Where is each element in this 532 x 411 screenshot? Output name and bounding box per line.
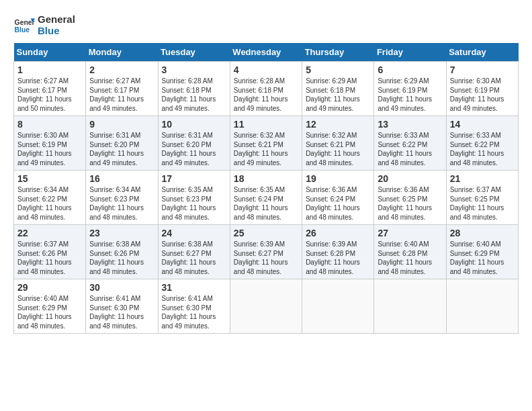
day-number: 12 xyxy=(306,119,370,130)
day-info: Sunrise: 6:31 AMSunset: 6:20 PMDaylight:… xyxy=(162,131,226,167)
day-number: 24 xyxy=(162,228,226,238)
day-info: Sunrise: 6:41 AMSunset: 6:30 PMDaylight:… xyxy=(162,294,226,330)
logo-general: General xyxy=(38,13,75,25)
day-number: 16 xyxy=(89,173,154,184)
day-info: Sunrise: 6:37 AMSunset: 6:25 PMDaylight:… xyxy=(450,185,515,222)
col-header-friday: Friday xyxy=(374,43,446,62)
calendar-cell: 11Sunrise: 6:32 AMSunset: 6:21 PMDayligh… xyxy=(230,116,302,171)
calendar-cell: 6Sunrise: 6:29 AMSunset: 6:19 PMDaylight… xyxy=(374,62,446,116)
calendar-cell xyxy=(302,279,374,334)
day-number: 7 xyxy=(450,64,515,75)
day-info: Sunrise: 6:36 AMSunset: 6:24 PMDaylight:… xyxy=(306,185,370,222)
day-info: Sunrise: 6:40 AMSunset: 6:29 PMDaylight:… xyxy=(17,294,82,330)
logo-blue: Blue xyxy=(38,25,75,36)
calendar-cell: 30Sunrise: 6:41 AMSunset: 6:30 PMDayligh… xyxy=(86,279,158,334)
day-info: Sunrise: 6:30 AMSunset: 6:19 PMDaylight:… xyxy=(17,131,82,167)
col-header-sunday: Sunday xyxy=(14,43,86,62)
day-number: 5 xyxy=(306,64,370,75)
day-info: Sunrise: 6:38 AMSunset: 6:26 PMDaylight:… xyxy=(89,240,154,276)
calendar-cell xyxy=(230,279,302,334)
calendar-table: SundayMondayTuesdayWednesdayThursdayFrid… xyxy=(13,43,519,334)
day-number: 13 xyxy=(378,119,442,130)
calendar-cell: 17Sunrise: 6:35 AMSunset: 6:23 PMDayligh… xyxy=(158,171,230,225)
calendar-cell: 1Sunrise: 6:27 AMSunset: 6:17 PMDaylight… xyxy=(14,62,86,116)
day-number: 17 xyxy=(162,173,226,184)
day-info: Sunrise: 6:36 AMSunset: 6:25 PMDaylight:… xyxy=(378,185,442,222)
day-info: Sunrise: 6:40 AMSunset: 6:28 PMDaylight:… xyxy=(378,240,442,276)
calendar-cell: 25Sunrise: 6:39 AMSunset: 6:27 PMDayligh… xyxy=(230,225,302,279)
day-number: 23 xyxy=(89,228,154,238)
calendar-cell: 21Sunrise: 6:37 AMSunset: 6:25 PMDayligh… xyxy=(446,171,518,225)
day-info: Sunrise: 6:33 AMSunset: 6:22 PMDaylight:… xyxy=(378,131,442,167)
day-number: 14 xyxy=(450,119,515,130)
calendar-cell: 19Sunrise: 6:36 AMSunset: 6:24 PMDayligh… xyxy=(302,171,374,225)
day-info: Sunrise: 6:34 AMSunset: 6:23 PMDaylight:… xyxy=(89,185,154,222)
day-info: Sunrise: 6:38 AMSunset: 6:27 PMDaylight:… xyxy=(162,240,226,276)
day-info: Sunrise: 6:28 AMSunset: 6:18 PMDaylight:… xyxy=(162,77,226,113)
day-number: 22 xyxy=(17,228,82,238)
day-number: 30 xyxy=(89,282,154,293)
logo: General Blue General Blue xyxy=(13,13,75,36)
day-info: Sunrise: 6:30 AMSunset: 6:19 PMDaylight:… xyxy=(450,77,515,113)
calendar-cell xyxy=(374,279,446,334)
calendar-cell: 18Sunrise: 6:35 AMSunset: 6:24 PMDayligh… xyxy=(230,171,302,225)
day-info: Sunrise: 6:34 AMSunset: 6:22 PMDaylight:… xyxy=(17,185,82,222)
calendar-cell: 12Sunrise: 6:32 AMSunset: 6:21 PMDayligh… xyxy=(302,116,374,171)
day-info: Sunrise: 6:35 AMSunset: 6:23 PMDaylight:… xyxy=(162,185,226,222)
col-header-wednesday: Wednesday xyxy=(230,43,302,62)
day-number: 28 xyxy=(450,228,515,238)
calendar-cell: 7Sunrise: 6:30 AMSunset: 6:19 PMDaylight… xyxy=(446,62,518,116)
calendar-cell: 27Sunrise: 6:40 AMSunset: 6:28 PMDayligh… xyxy=(374,225,446,279)
day-number: 8 xyxy=(17,119,82,130)
calendar-cell: 31Sunrise: 6:41 AMSunset: 6:30 PMDayligh… xyxy=(158,279,230,334)
day-number: 3 xyxy=(162,64,226,75)
calendar-cell: 24Sunrise: 6:38 AMSunset: 6:27 PMDayligh… xyxy=(158,225,230,279)
calendar-cell: 29Sunrise: 6:40 AMSunset: 6:29 PMDayligh… xyxy=(14,279,86,334)
calendar-cell: 15Sunrise: 6:34 AMSunset: 6:22 PMDayligh… xyxy=(14,171,86,225)
day-number: 1 xyxy=(17,64,82,75)
calendar-cell: 9Sunrise: 6:31 AMSunset: 6:20 PMDaylight… xyxy=(86,116,158,171)
day-number: 18 xyxy=(234,173,298,184)
day-number: 10 xyxy=(162,119,226,130)
calendar-cell: 4Sunrise: 6:28 AMSunset: 6:18 PMDaylight… xyxy=(230,62,302,116)
calendar-cell: 8Sunrise: 6:30 AMSunset: 6:19 PMDaylight… xyxy=(14,116,86,171)
page-header: General Blue General Blue xyxy=(13,13,519,36)
day-info: Sunrise: 6:41 AMSunset: 6:30 PMDaylight:… xyxy=(89,294,154,330)
day-info: Sunrise: 6:29 AMSunset: 6:19 PMDaylight:… xyxy=(378,77,442,113)
day-info: Sunrise: 6:37 AMSunset: 6:26 PMDaylight:… xyxy=(17,240,82,276)
day-number: 21 xyxy=(450,173,515,184)
day-info: Sunrise: 6:29 AMSunset: 6:18 PMDaylight:… xyxy=(306,77,370,113)
svg-text:Blue: Blue xyxy=(15,26,30,34)
day-number: 26 xyxy=(306,228,370,238)
day-number: 29 xyxy=(17,282,82,293)
day-info: Sunrise: 6:28 AMSunset: 6:18 PMDaylight:… xyxy=(234,77,298,113)
calendar-cell xyxy=(446,279,518,334)
day-info: Sunrise: 6:40 AMSunset: 6:29 PMDaylight:… xyxy=(450,240,515,276)
col-header-thursday: Thursday xyxy=(302,43,374,62)
calendar-cell: 2Sunrise: 6:27 AMSunset: 6:17 PMDaylight… xyxy=(86,62,158,116)
logo-icon: General Blue xyxy=(13,14,35,36)
day-number: 20 xyxy=(378,173,442,184)
day-number: 11 xyxy=(234,119,298,130)
day-number: 2 xyxy=(89,64,154,75)
day-number: 6 xyxy=(378,64,442,75)
day-number: 25 xyxy=(234,228,298,238)
day-info: Sunrise: 6:33 AMSunset: 6:22 PMDaylight:… xyxy=(450,131,515,167)
calendar-cell: 14Sunrise: 6:33 AMSunset: 6:22 PMDayligh… xyxy=(446,116,518,171)
calendar-cell: 26Sunrise: 6:39 AMSunset: 6:28 PMDayligh… xyxy=(302,225,374,279)
calendar-cell: 22Sunrise: 6:37 AMSunset: 6:26 PMDayligh… xyxy=(14,225,86,279)
day-info: Sunrise: 6:35 AMSunset: 6:24 PMDaylight:… xyxy=(234,185,298,222)
col-header-saturday: Saturday xyxy=(446,43,518,62)
day-info: Sunrise: 6:32 AMSunset: 6:21 PMDaylight:… xyxy=(234,131,298,167)
day-number: 19 xyxy=(306,173,370,184)
calendar-cell: 5Sunrise: 6:29 AMSunset: 6:18 PMDaylight… xyxy=(302,62,374,116)
col-header-tuesday: Tuesday xyxy=(158,43,230,62)
day-number: 27 xyxy=(378,228,442,238)
day-number: 31 xyxy=(162,282,226,293)
calendar-cell: 23Sunrise: 6:38 AMSunset: 6:26 PMDayligh… xyxy=(86,225,158,279)
day-number: 4 xyxy=(234,64,298,75)
calendar-cell: 3Sunrise: 6:28 AMSunset: 6:18 PMDaylight… xyxy=(158,62,230,116)
calendar-cell: 13Sunrise: 6:33 AMSunset: 6:22 PMDayligh… xyxy=(374,116,446,171)
day-number: 15 xyxy=(17,173,82,184)
calendar-cell: 20Sunrise: 6:36 AMSunset: 6:25 PMDayligh… xyxy=(374,171,446,225)
